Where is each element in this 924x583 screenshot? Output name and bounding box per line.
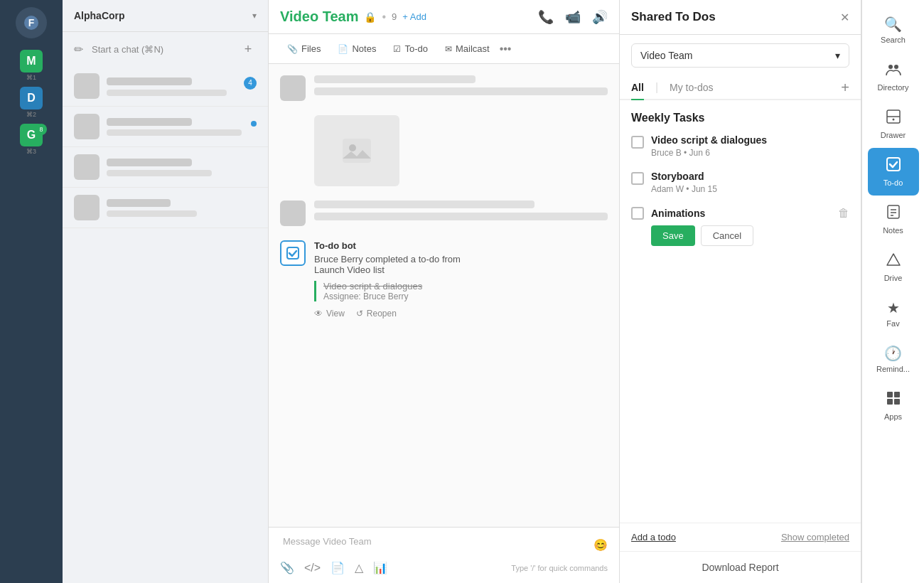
files-icon: 📎 xyxy=(287,44,298,54)
list-item[interactable]: 4 xyxy=(63,66,268,107)
add-todo-icon[interactable]: + xyxy=(841,80,849,96)
add-todo-link[interactable]: Add a todo xyxy=(631,532,676,542)
sidebar-item-fav[interactable]: ★ Fav xyxy=(868,291,919,336)
quoted-assignee: Assignee: Bruce Berry xyxy=(323,292,608,301)
member-count: 9 xyxy=(392,11,397,22)
workspace-g[interactable]: G 8 ⌘3 xyxy=(16,124,47,155)
start-chat-button[interactable]: Start a chat (⌘N) xyxy=(92,44,231,55)
todo-icon: ☑ xyxy=(393,44,401,54)
todobot-avatar xyxy=(280,240,306,266)
drive-icon[interactable]: △ xyxy=(355,561,363,574)
svg-rect-10 xyxy=(887,158,900,171)
todo-checkbox-editing[interactable] xyxy=(631,207,644,220)
svg-rect-2 xyxy=(343,139,371,163)
voice-call-icon[interactable]: 📞 xyxy=(538,9,554,25)
avatar xyxy=(280,75,306,101)
tab-files[interactable]: 📎 Files xyxy=(280,40,328,58)
chat-controls: 📞 📹 🔊 xyxy=(538,9,608,25)
list-item[interactable] xyxy=(63,107,268,147)
workspace-m[interactable]: M ⌘1 xyxy=(16,50,47,81)
apps-icon xyxy=(886,390,901,410)
tab-todo[interactable]: ☑ To-do xyxy=(386,40,435,58)
todobot-quote: Video script & dialogues Assignee: Bruce… xyxy=(314,281,608,301)
list-item xyxy=(280,75,608,101)
sidebar-item-drawer[interactable]: Drawer xyxy=(868,100,919,148)
todo-checkbox-2[interactable] xyxy=(631,172,644,185)
svg-text:F: F xyxy=(28,17,35,28)
tab-mailcast[interactable]: ✉ Mailcast xyxy=(438,40,497,58)
team-selector[interactable]: Video Team ▾ xyxy=(631,43,849,68)
add-member-button[interactable]: + Add xyxy=(402,11,426,22)
svg-point-9 xyxy=(892,119,894,121)
quoted-todo-title: Video script & dialogues xyxy=(323,281,608,292)
todo-title-input[interactable] xyxy=(651,208,831,219)
conv-name xyxy=(107,199,171,207)
download-report-button[interactable]: Download Report xyxy=(620,551,861,583)
todo-active-icon xyxy=(886,156,901,176)
svg-point-6 xyxy=(894,65,898,69)
sidebar-item-remind[interactable]: 🕐 Remind... xyxy=(868,336,919,382)
emoji-button[interactable]: 😊 xyxy=(593,538,608,552)
document-icon[interactable]: 📄 xyxy=(331,561,345,574)
conv-content xyxy=(107,118,257,136)
tab-my-todos[interactable]: My to-dos xyxy=(670,76,713,100)
sidebar-item-search[interactable]: 🔍 Search xyxy=(868,7,919,53)
notes-icon: 📄 xyxy=(338,44,348,54)
sidebar: AlphaCorp ▾ ✏ Start a chat (⌘N) + 4 xyxy=(63,0,269,583)
unread-dot xyxy=(251,121,257,127)
msg-content xyxy=(314,75,608,100)
delete-todo-icon[interactable]: 🗑 xyxy=(838,207,849,220)
drawer-icon xyxy=(886,109,901,128)
sidebar-item-directory[interactable]: Directory xyxy=(868,53,919,100)
list-item xyxy=(280,200,608,226)
compose-icon: ✏ xyxy=(74,43,83,56)
todo-meta: Adam W • Jun 15 xyxy=(651,184,849,194)
drive-icon xyxy=(886,252,901,271)
video-call-icon[interactable]: 📹 xyxy=(565,9,581,25)
avatar xyxy=(74,195,100,220)
todo-checkbox-1[interactable] xyxy=(631,136,644,149)
remind-icon: 🕐 xyxy=(884,345,902,362)
more-options-icon[interactable]: ••• xyxy=(500,43,512,55)
workspace-d[interactable]: D ⌘2 xyxy=(16,87,47,118)
add-conversation-button[interactable]: + xyxy=(240,41,257,58)
sidebar-actions: ✏ Start a chat (⌘N) + xyxy=(63,32,268,66)
avatar xyxy=(74,154,100,180)
audio-icon[interactable]: 🔊 xyxy=(592,9,608,25)
sidebar-item-todo[interactable]: To-do xyxy=(868,148,919,196)
chevron-down-icon[interactable]: ▾ xyxy=(252,11,257,21)
sidebar-item-notes[interactable]: Notes xyxy=(868,196,919,243)
list-item[interactable] xyxy=(63,147,268,188)
conv-name xyxy=(107,77,192,85)
attach-icon[interactable]: 📎 xyxy=(280,561,294,574)
save-button[interactable]: Save xyxy=(651,225,695,246)
chart-icon[interactable]: 📊 xyxy=(373,561,387,574)
todos-section-title: Weekly Tasks xyxy=(631,112,849,124)
todo-info: Storyboard Adam W • Jun 15 xyxy=(651,171,849,194)
shared-todos-panel: Shared To Dos ✕ Video Team ▾ All | My to… xyxy=(620,0,861,583)
todos-panel-title: Shared To Dos xyxy=(631,10,716,24)
refresh-icon: ↺ xyxy=(356,309,363,319)
conv-content xyxy=(107,199,257,217)
tab-all[interactable]: All xyxy=(631,76,644,100)
list-item[interactable] xyxy=(63,188,268,228)
sidebar-item-apps[interactable]: Apps xyxy=(868,382,919,429)
list-item xyxy=(280,115,608,186)
close-icon[interactable]: ✕ xyxy=(840,11,849,24)
show-completed-link[interactable]: Show completed xyxy=(781,532,849,542)
code-icon[interactable]: </> xyxy=(304,562,321,574)
tab-notes[interactable]: 📄 Notes xyxy=(331,40,383,58)
todos-header: Shared To Dos ✕ xyxy=(620,0,861,35)
cancel-button[interactable]: Cancel xyxy=(701,225,753,246)
view-button[interactable]: 👁 View xyxy=(314,309,345,319)
sidebar-item-drive[interactable]: Drive xyxy=(868,243,919,291)
tab-todo-label: To-do xyxy=(404,43,428,54)
svg-point-5 xyxy=(888,65,893,69)
chat-tabs: 📎 Files 📄 Notes ☑ To-do ✉ Mailcast ••• xyxy=(269,34,619,64)
todobot-name: To-do bot xyxy=(314,240,608,251)
todo-item: Storyboard Adam W • Jun 15 xyxy=(631,171,849,194)
tab-divider: | xyxy=(655,81,658,94)
todo-edit-area: 🗑 Save Cancel xyxy=(631,207,849,246)
reopen-button[interactable]: ↺ Reopen xyxy=(356,309,397,319)
todo-meta: Bruce B • Jun 6 xyxy=(651,148,849,158)
